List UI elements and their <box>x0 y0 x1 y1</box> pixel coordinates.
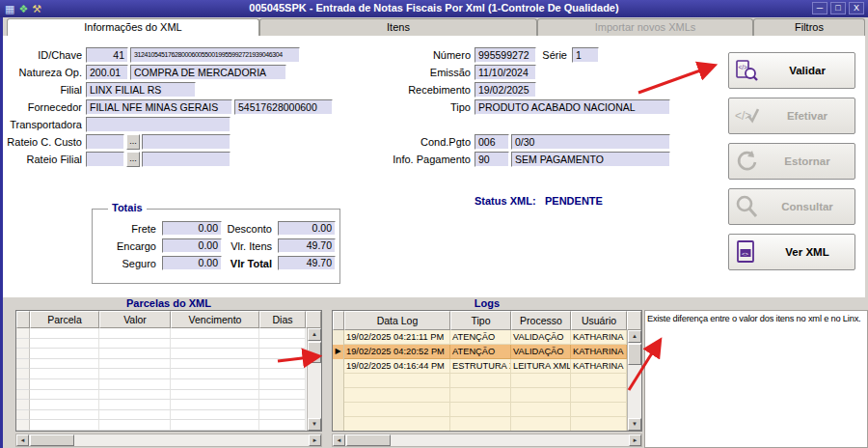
logs-vertical-scrollbar[interactable]: ▲ ▼ <box>627 330 641 431</box>
parcelas-col-vencimento[interactable]: Vencimento <box>171 311 259 328</box>
table-row[interactable] <box>16 420 307 431</box>
rateio-filial-code-field[interactable] <box>86 152 124 167</box>
status-xml-label: Status XML: <box>475 195 536 207</box>
close-button[interactable]: X <box>849 2 864 14</box>
consultar-button: Consultar <box>728 188 855 225</box>
scroll-down-icon[interactable]: ▼ <box>628 418 641 431</box>
log-row-selected[interactable]: ▶ 19/02/2025 04:20:52 PM ATENÇÃO VALIDAÇ… <box>333 345 627 359</box>
logs-horizontal-scrollbar[interactable]: ◄ ► <box>332 434 642 447</box>
log-processo: VALIDAÇÃO <box>511 345 571 359</box>
scrollbar-thumb[interactable] <box>308 342 321 363</box>
serie-field[interactable]: 1 <box>572 47 599 63</box>
table-row[interactable] <box>16 410 307 421</box>
log-tipo: ATENÇÃO <box>450 345 511 359</box>
logs-col-data-log[interactable]: Data Log <box>344 311 450 330</box>
parcelas-col-dias[interactable]: Dias <box>259 311 306 328</box>
scroll-up-icon[interactable]: ▲ <box>308 328 321 341</box>
vlr-total-field[interactable]: 49.70 <box>278 256 336 270</box>
transportadora-field[interactable] <box>86 117 231 132</box>
rateio-c-custo-desc-field[interactable] <box>142 134 231 150</box>
table-row[interactable] <box>16 379 307 390</box>
parcelas-horizontal-scrollbar[interactable]: ◄ ► <box>15 434 322 447</box>
fornecedor-label: Fornecedor <box>3 100 82 114</box>
logs-col-processo[interactable]: Processo <box>511 311 571 330</box>
seguro-label: Seguro <box>93 257 156 270</box>
log-row[interactable] <box>333 403 627 417</box>
log-row[interactable]: 19/02/2025 04:21:11 PM ATENÇÃO VALIDAÇÃO… <box>333 330 627 345</box>
parcelas-col-parcela[interactable]: Parcela <box>30 311 99 328</box>
table-row[interactable] <box>16 390 307 401</box>
parcelas-grid: Parcela Valor Vencimento Dias ▲ ▼ <box>15 310 322 432</box>
table-row[interactable] <box>16 359 307 370</box>
scrollbar-thumb[interactable] <box>346 434 391 446</box>
rateio-filial-lookup-button[interactable]: ... <box>126 152 140 167</box>
app-window: ▦ ❖ ⚒ 005045SPK - Entrada de Notas Fisca… <box>0 0 868 448</box>
natureza-desc-field[interactable]: COMPRA DE MERCADORIA <box>130 65 286 80</box>
parcelas-vertical-scrollbar[interactable]: ▲ ▼ <box>307 328 321 431</box>
id-chave-label: ID/Chave <box>3 48 82 62</box>
rateio-c-custo-lookup-button[interactable]: ... <box>126 134 140 150</box>
encargo-label: Encargo <box>93 239 156 253</box>
title-bar: ▦ ❖ ⚒ 005045SPK - Entrada de Notas Fisca… <box>0 0 868 17</box>
table-row[interactable] <box>16 339 307 350</box>
log-tipo: ESTRUTURA XML OK <box>450 359 511 374</box>
rateio-c-custo-code-field[interactable] <box>86 134 124 150</box>
totais-title: Totais <box>108 202 147 213</box>
scroll-up-icon[interactable]: ▲ <box>628 330 641 343</box>
log-usuario: KATHARINA <box>571 345 627 359</box>
rateio-filial-desc-field[interactable] <box>142 152 231 167</box>
scrollbar-thumb[interactable] <box>628 344 641 365</box>
filial-field[interactable]: LINX FILIAL RS <box>86 82 196 98</box>
numero-field[interactable]: 995599272 <box>475 47 536 63</box>
logs-col-usuario[interactable]: Usuário <box>571 311 627 330</box>
scroll-left-icon[interactable]: ◄ <box>16 434 29 446</box>
scroll-left-icon[interactable]: ◄ <box>333 434 345 446</box>
log-data: 19/02/2025 04:16:44 PM <box>344 359 450 374</box>
desconto-field[interactable]: 0.00 <box>278 221 336 236</box>
fornecedor-cnpj-field[interactable]: 54517628000600 <box>234 99 333 115</box>
info-pagamento-code-field[interactable]: 90 <box>475 152 509 167</box>
tab-itens[interactable]: Itens <box>259 18 537 36</box>
table-row[interactable] <box>16 400 307 410</box>
emissao-field[interactable]: 11/10/2024 <box>475 65 536 80</box>
log-row[interactable] <box>333 374 627 388</box>
parcelas-col-valor[interactable]: Valor <box>99 311 171 328</box>
tipo-field[interactable]: PRODUTO ACABADO NACIONAL <box>475 99 670 115</box>
info-pagamento-desc-field[interactable]: SEM PAGAMENTO <box>511 152 670 167</box>
efetivar-button: </> Efetivar <box>728 98 855 134</box>
tab-informacoes-do-xml[interactable]: Informações do XML <box>7 18 259 36</box>
vlr-itens-field[interactable]: 49.70 <box>278 238 336 253</box>
validar-button[interactable]: </> Validar <box>728 52 855 89</box>
tab-importar-novos-xmls: Importar novos XMLs <box>537 18 753 36</box>
maximize-button[interactable]: □ <box>830 2 846 14</box>
natureza-code-field[interactable]: 200.01 <box>86 65 128 80</box>
chave-field[interactable]: 3124105451762800060055001995599272193904… <box>130 47 300 63</box>
table-row[interactable] <box>16 349 307 359</box>
scroll-right-icon[interactable]: ► <box>629 434 641 446</box>
log-row[interactable] <box>333 388 627 403</box>
table-row[interactable] <box>16 369 307 379</box>
parcelas-section-title: Parcelas do XML <box>15 297 322 309</box>
log-row[interactable] <box>333 417 627 432</box>
scroll-right-icon[interactable]: ► <box>309 434 321 446</box>
consultar-button-label: Consultar <box>762 201 853 212</box>
log-data: 19/02/2025 04:20:52 PM <box>344 345 450 359</box>
ver-xml-button[interactable]: <> Ver XML <box>728 234 855 270</box>
cond-pgto-code-field[interactable]: 006 <box>475 134 509 150</box>
fornecedor-name-field[interactable]: FILIAL NFE MINAS GERAIS <box>86 99 232 115</box>
id-field[interactable]: 41 <box>86 47 128 63</box>
scrollbar-thumb[interactable] <box>30 434 74 446</box>
log-processo: LEITURA XML <box>511 359 571 374</box>
efetivar-button-label: Efetivar <box>762 110 853 122</box>
log-row[interactable]: 19/02/2025 04:16:44 PM ESTRUTURA XML OK … <box>333 359 627 374</box>
cond-pgto-desc-field[interactable]: 0/30 <box>511 134 670 150</box>
minimize-button[interactable]: ─ <box>812 2 827 14</box>
scroll-down-icon[interactable]: ▼ <box>308 418 321 431</box>
logs-col-tipo[interactable]: Tipo <box>450 311 511 330</box>
tab-filtros[interactable]: Filtros <box>753 18 865 36</box>
table-row[interactable] <box>16 328 307 339</box>
recebimento-field[interactable]: 19/02/2025 <box>475 82 536 98</box>
vlr-itens-label: Vlr. Itens <box>199 239 272 253</box>
logs-selector-header <box>333 311 344 330</box>
log-data: 19/02/2025 04:21:11 PM <box>344 330 450 345</box>
